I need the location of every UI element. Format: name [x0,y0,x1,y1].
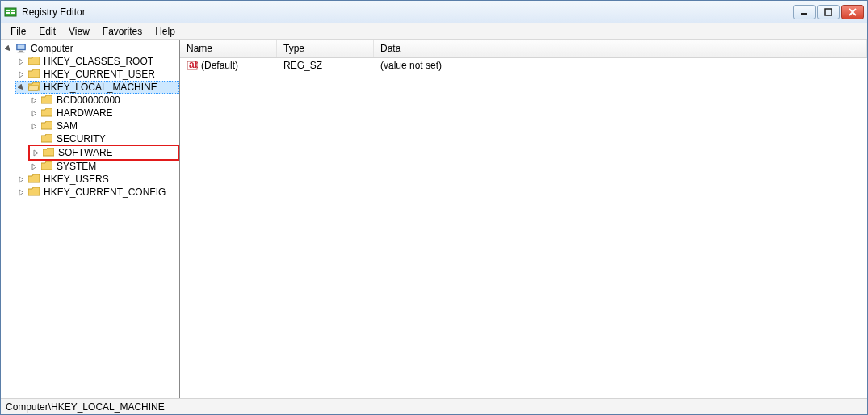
menu-edit[interactable]: Edit [32,24,62,39]
main-body: Computer HKEY_CLASSES_ROOT HKEY_CURRENT_… [1,40,867,398]
tree-node-hkcr[interactable]: HKEY_CLASSES_ROOT [15,55,179,68]
tree-node-software[interactable]: SOFTWARE [30,146,178,159]
maximize-button[interactable] [817,5,840,19]
expander-closed-icon[interactable] [30,162,39,171]
folder-icon [27,173,40,186]
tree-node-hardware[interactable]: HARDWARE [28,107,179,119]
list-row[interactable]: ab (Default) REG_SZ (value not set) [180,58,867,73]
folder-icon [40,160,53,173]
minimize-button[interactable] [793,5,816,19]
folder-icon [27,55,40,68]
titlebar: Registry Editor [1,1,867,23]
tree-node-sam[interactable]: SAM [28,119,179,132]
tree-label: HKEY_LOCAL_MACHINE [44,82,157,93]
tree-label: HARDWARE [57,107,113,119]
app-icon [4,6,17,19]
folder-icon [40,119,53,132]
tree-label: SECURITY [57,133,106,145]
expander-closed-icon[interactable] [31,149,40,157]
svg-text:ab: ab [189,60,198,70]
expander-closed-icon[interactable] [17,175,26,184]
menubar: File Edit View Favorites Help [1,23,867,40]
tree-label: SOFTWARE [58,147,113,158]
highlighted-software: SOFTWARE [28,145,179,161]
expander-closed-icon[interactable] [17,57,26,66]
tree-label: SAM [57,120,78,132]
value-name: (Default) [201,60,238,71]
svg-rect-4 [11,12,15,14]
folder-icon [40,132,53,145]
list-pane: Name Type Data ab (Default) REG_SZ (valu… [180,40,867,398]
tree-label: HKEY_CURRENT_USER [44,69,155,80]
folder-icon [27,186,40,199]
tree-label: Computer [31,43,73,54]
status-path: Computer\HKEY_LOCAL_MACHINE [6,401,165,413]
tree-label: HKEY_USERS [44,174,109,185]
expander-open-icon[interactable] [4,44,13,53]
column-header-type[interactable]: Type [277,40,374,57]
svg-rect-1 [6,10,10,11]
tree-label: HKEY_CURRENT_CONFIG [44,187,166,198]
tree-node-computer[interactable]: Computer [2,42,179,55]
folder-icon [42,146,55,159]
menu-favorites[interactable]: Favorites [96,24,149,39]
svg-rect-3 [11,10,15,11]
tree-label: HKEY_CLASSES_ROOT [44,56,153,67]
svg-rect-10 [18,45,25,49]
tree-label: BCD00000000 [57,94,120,106]
window-title: Registry Editor [22,6,793,18]
column-header-name[interactable]: Name [180,40,277,57]
menu-help[interactable]: Help [149,24,182,39]
folder-icon [40,107,53,119]
tree-pane[interactable]: Computer HKEY_CLASSES_ROOT HKEY_CURRENT_… [1,40,180,398]
tree-label: SYSTEM [57,161,96,172]
string-value-icon: ab [187,60,198,71]
expander-open-icon[interactable] [17,83,26,92]
window-buttons [793,5,864,19]
menu-file[interactable]: File [4,24,32,39]
tree-node-hkcu[interactable]: HKEY_CURRENT_USER [15,68,179,81]
expander-closed-icon[interactable] [30,96,39,105]
svg-rect-2 [6,12,10,14]
statusbar: Computer\HKEY_LOCAL_MACHINE [1,398,867,414]
list-body[interactable]: ab (Default) REG_SZ (value not set) [180,58,867,398]
expander-closed-icon[interactable] [30,109,39,118]
svg-rect-6 [825,9,832,15]
expander-closed-icon[interactable] [17,188,26,197]
folder-open-icon [27,81,40,94]
tree-node-hku[interactable]: HKEY_USERS [15,173,179,186]
close-button[interactable] [841,5,864,19]
svg-rect-11 [19,51,23,52]
tree-node-security[interactable]: SECURITY [28,132,179,145]
value-data: (value not set) [380,60,442,71]
expander-closed-icon[interactable] [30,122,39,131]
value-type: REG_SZ [283,60,322,71]
folder-icon [27,68,40,81]
folder-icon [40,94,53,107]
expander-closed-icon[interactable] [17,70,26,79]
svg-rect-12 [18,52,25,52]
tree-node-hkcc[interactable]: HKEY_CURRENT_CONFIG [15,186,179,199]
tree-node-system[interactable]: SYSTEM [28,160,179,173]
list-header: Name Type Data [180,40,867,58]
tree-node-hklm[interactable]: HKEY_LOCAL_MACHINE [15,81,179,94]
column-header-data[interactable]: Data [374,40,867,57]
tree-node-bcd[interactable]: BCD00000000 [28,94,179,107]
computer-icon [15,42,27,55]
menu-view[interactable]: View [62,24,96,39]
